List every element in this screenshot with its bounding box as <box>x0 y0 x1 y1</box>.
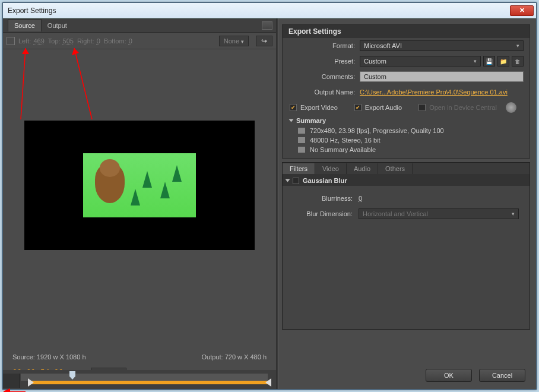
preview-area <box>3 49 276 305</box>
crop-left-value[interactable]: 469 <box>33 37 44 45</box>
video-frame <box>83 153 196 217</box>
export-audio-label: Export Audio <box>365 104 402 111</box>
disclosure-icon <box>286 179 290 182</box>
crop-row: Left:469 Top:505 Right:0 Bottom:0 None ▾… <box>3 33 276 49</box>
preset-label: Preset: <box>283 58 360 65</box>
redo-icon: ↪ <box>261 37 267 45</box>
titlebar[interactable]: Export Settings ✕ <box>3 3 536 18</box>
export-settings-header: Export Settings <box>283 25 530 38</box>
device-central-icon[interactable] <box>506 102 516 113</box>
format-dropdown[interactable]: Microsoft AVI▾ <box>360 40 524 51</box>
timeline[interactable] <box>3 370 276 389</box>
right-pane: Export Settings Format: Microsoft AVI▾ P… <box>278 18 536 389</box>
tab-output[interactable]: Output <box>42 20 73 31</box>
tab-video[interactable]: Video <box>315 163 347 174</box>
export-settings-window: Export Settings ✕ Source Output Left:469… <box>2 2 537 390</box>
crop-right-value[interactable]: 0 <box>97 37 100 45</box>
cancel-button[interactable]: Cancel <box>479 369 525 382</box>
export-audio-checkbox[interactable]: ✔ <box>354 104 362 111</box>
crop-bottom-value[interactable]: 0 <box>129 37 132 45</box>
output-name-link[interactable]: C:\User...Adobe\Premiere Pro\4.0\Sequenc… <box>360 88 508 96</box>
export-settings-panel: Export Settings Format: Microsoft AVI▾ P… <box>282 24 530 159</box>
tab-audio[interactable]: Audio <box>347 163 378 174</box>
summary-video: 720x480, 23.98 [fps], Progressive, Quali… <box>310 127 444 134</box>
video-summary-icon <box>298 128 305 134</box>
timeline-scroll-left[interactable] <box>3 374 20 388</box>
import-preset-icon[interactable]: 📁 <box>497 56 509 67</box>
export-video-checkbox[interactable]: ✔ <box>290 104 297 111</box>
crop-top-value[interactable]: 505 <box>63 37 74 45</box>
crop-icon[interactable] <box>7 37 15 45</box>
preset-dropdown[interactable]: Custom▾ <box>360 56 481 67</box>
blur-dimension-label: Blur Dimension: <box>287 210 359 217</box>
other-summary-icon <box>298 147 305 153</box>
blurriness-label: Blurriness: <box>287 195 359 202</box>
device-central-label: Open in Device Central <box>429 104 497 111</box>
format-label: Format: <box>283 42 360 49</box>
video-preview[interactable] <box>24 121 255 250</box>
filter-tabs: Filters Video Audio Others <box>282 162 530 175</box>
close-button[interactable]: ✕ <box>510 5 534 16</box>
summary-audio: 48000 Hz, Stereo, 16 bit <box>310 137 381 144</box>
dimensions-row: Source: 1920 w X 1080 h Output: 720 w X … <box>3 353 276 361</box>
redo-button[interactable]: ↪ <box>256 36 272 46</box>
gaussian-blur-header[interactable]: ✔ Gaussian Blur <box>283 175 530 186</box>
output-name-label: Output Name: <box>283 88 360 96</box>
blurriness-value[interactable]: 0 <box>359 195 362 202</box>
tab-filters[interactable]: Filters <box>283 163 315 174</box>
export-video-label: Export Video <box>300 104 338 111</box>
crop-top-label: Top: <box>48 37 61 45</box>
crop-right-label: Right: <box>77 37 94 45</box>
timeline-track[interactable] <box>21 374 268 381</box>
window-title: Export Settings <box>8 7 56 15</box>
gaussian-blur-checkbox[interactable]: ✔ <box>293 178 299 184</box>
tab-others[interactable]: Others <box>378 163 413 174</box>
summary-none: No Summary Available <box>310 146 376 153</box>
comments-label: Comments: <box>283 73 360 80</box>
source-output-tabs: Source Output <box>3 18 276 33</box>
blur-dimension-dropdown[interactable]: Horizontal and Vertical▾ <box>359 208 519 219</box>
timeline-range[interactable] <box>31 381 268 384</box>
crop-bottom-label: Bottom: <box>104 37 126 45</box>
crop-aspect-dropdown[interactable]: None ▾ <box>219 36 249 46</box>
disclosure-icon <box>289 119 294 122</box>
footer: OK Cancel <box>278 362 536 389</box>
ok-button[interactable]: OK <box>426 369 472 382</box>
comments-input[interactable]: Custom <box>360 71 524 82</box>
delete-preset-icon[interactable]: 🗑 <box>512 56 524 67</box>
device-central-checkbox: ✔ <box>418 104 426 111</box>
output-dims: Output: 720 w X 480 h <box>202 353 267 361</box>
panel-menu-icon[interactable] <box>262 21 272 30</box>
save-preset-icon[interactable]: 💾 <box>483 56 495 67</box>
source-dims: Source: 1920 w X 1080 h <box>12 353 86 361</box>
filter-body: ✔ Gaussian Blur Blurriness: 0 Blur Dimen… <box>282 175 530 330</box>
summary-header[interactable]: Summary <box>283 115 530 126</box>
crop-left-label: Left: <box>18 37 31 45</box>
tab-source[interactable]: Source <box>8 19 42 31</box>
left-pane: Source Output Left:469 Top:505 Right:0 B… <box>3 18 276 389</box>
audio-summary-icon <box>298 137 305 143</box>
